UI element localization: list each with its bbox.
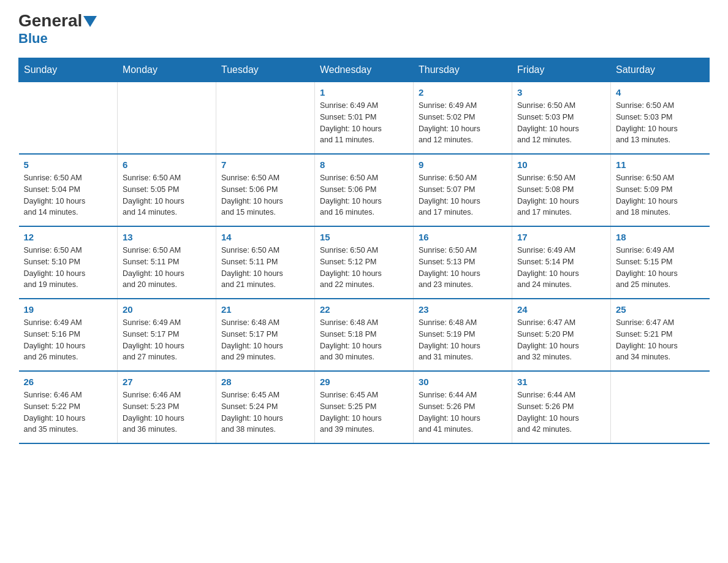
header-thursday: Thursday bbox=[414, 58, 512, 82]
day-info: Sunrise: 6:50 AM Sunset: 5:04 PM Dayligh… bbox=[24, 172, 113, 218]
day-info: Sunrise: 6:48 AM Sunset: 5:18 PM Dayligh… bbox=[320, 317, 408, 363]
day-info: Sunrise: 6:45 AM Sunset: 5:25 PM Dayligh… bbox=[320, 389, 408, 435]
day-info: Sunrise: 6:44 AM Sunset: 5:26 PM Dayligh… bbox=[419, 389, 507, 435]
day-info: Sunrise: 6:48 AM Sunset: 5:17 PM Dayligh… bbox=[221, 317, 309, 363]
day-number: 16 bbox=[419, 232, 507, 242]
day-info: Sunrise: 6:50 AM Sunset: 5:06 PM Dayligh… bbox=[320, 172, 408, 218]
calendar-day-27: 27Sunrise: 6:46 AM Sunset: 5:23 PM Dayli… bbox=[118, 371, 216, 443]
calendar-day-28: 28Sunrise: 6:45 AM Sunset: 5:24 PM Dayli… bbox=[216, 371, 315, 443]
logo-triangle-icon bbox=[83, 16, 97, 27]
day-info: Sunrise: 6:50 AM Sunset: 5:06 PM Dayligh… bbox=[221, 172, 309, 218]
day-number: 6 bbox=[123, 159, 211, 170]
calendar-empty-cell bbox=[118, 82, 216, 155]
calendar-day-5: 5Sunrise: 6:50 AM Sunset: 5:04 PM Daylig… bbox=[19, 154, 118, 226]
calendar-day-15: 15Sunrise: 6:50 AM Sunset: 5:12 PM Dayli… bbox=[315, 226, 414, 299]
day-number: 18 bbox=[616, 232, 705, 242]
calendar-day-14: 14Sunrise: 6:50 AM Sunset: 5:11 PM Dayli… bbox=[216, 226, 315, 299]
day-number: 21 bbox=[221, 304, 309, 315]
calendar-week-row: 5Sunrise: 6:50 AM Sunset: 5:04 PM Daylig… bbox=[19, 154, 710, 226]
day-number: 13 bbox=[123, 232, 211, 242]
calendar-day-9: 9Sunrise: 6:50 AM Sunset: 5:07 PM Daylig… bbox=[414, 154, 512, 226]
header-friday: Friday bbox=[512, 58, 611, 82]
day-info: Sunrise: 6:46 AM Sunset: 5:23 PM Dayligh… bbox=[123, 389, 211, 435]
calendar-day-26: 26Sunrise: 6:46 AM Sunset: 5:22 PM Dayli… bbox=[19, 371, 118, 443]
day-number: 29 bbox=[320, 377, 408, 387]
day-number: 23 bbox=[419, 304, 507, 315]
calendar-day-23: 23Sunrise: 6:48 AM Sunset: 5:19 PM Dayli… bbox=[414, 299, 512, 371]
day-number: 1 bbox=[320, 87, 408, 98]
header-wednesday: Wednesday bbox=[315, 58, 414, 82]
calendar-day-18: 18Sunrise: 6:49 AM Sunset: 5:15 PM Dayli… bbox=[611, 226, 710, 299]
calendar-day-22: 22Sunrise: 6:48 AM Sunset: 5:18 PM Dayli… bbox=[315, 299, 414, 371]
day-info: Sunrise: 6:50 AM Sunset: 5:11 PM Dayligh… bbox=[221, 245, 309, 291]
day-number: 9 bbox=[419, 159, 507, 170]
day-info: Sunrise: 6:50 AM Sunset: 5:08 PM Dayligh… bbox=[517, 172, 605, 218]
calendar-day-17: 17Sunrise: 6:49 AM Sunset: 5:14 PM Dayli… bbox=[512, 226, 611, 299]
logo-general: General bbox=[18, 12, 82, 29]
calendar-day-3: 3Sunrise: 6:50 AM Sunset: 5:03 PM Daylig… bbox=[512, 82, 611, 155]
day-info: Sunrise: 6:50 AM Sunset: 5:11 PM Dayligh… bbox=[123, 245, 211, 291]
day-number: 15 bbox=[320, 232, 408, 242]
day-number: 3 bbox=[517, 87, 605, 98]
day-info: Sunrise: 6:50 AM Sunset: 5:05 PM Dayligh… bbox=[123, 172, 211, 218]
calendar-empty-cell bbox=[19, 82, 118, 155]
calendar-day-19: 19Sunrise: 6:49 AM Sunset: 5:16 PM Dayli… bbox=[19, 299, 118, 371]
calendar-day-4: 4Sunrise: 6:50 AM Sunset: 5:03 PM Daylig… bbox=[611, 82, 710, 155]
day-info: Sunrise: 6:50 AM Sunset: 5:13 PM Dayligh… bbox=[419, 245, 507, 291]
logo: General Blue bbox=[18, 12, 97, 47]
day-number: 31 bbox=[517, 377, 605, 387]
day-number: 7 bbox=[221, 159, 309, 170]
calendar-day-2: 2Sunrise: 6:49 AM Sunset: 5:02 PM Daylig… bbox=[414, 82, 512, 155]
day-info: Sunrise: 6:49 AM Sunset: 5:16 PM Dayligh… bbox=[24, 317, 113, 363]
calendar-day-13: 13Sunrise: 6:50 AM Sunset: 5:11 PM Dayli… bbox=[118, 226, 216, 299]
day-info: Sunrise: 6:49 AM Sunset: 5:15 PM Dayligh… bbox=[616, 245, 705, 291]
calendar-day-12: 12Sunrise: 6:50 AM Sunset: 5:10 PM Dayli… bbox=[19, 226, 118, 299]
day-info: Sunrise: 6:49 AM Sunset: 5:01 PM Dayligh… bbox=[320, 100, 408, 146]
day-number: 25 bbox=[616, 304, 705, 315]
header-saturday: Saturday bbox=[611, 58, 710, 82]
day-number: 14 bbox=[221, 232, 309, 242]
calendar-day-1: 1Sunrise: 6:49 AM Sunset: 5:01 PM Daylig… bbox=[315, 82, 414, 155]
day-number: 26 bbox=[24, 377, 113, 387]
day-info: Sunrise: 6:50 AM Sunset: 5:03 PM Dayligh… bbox=[616, 100, 705, 146]
calendar-day-6: 6Sunrise: 6:50 AM Sunset: 5:05 PM Daylig… bbox=[118, 154, 216, 226]
day-number: 12 bbox=[24, 232, 113, 242]
calendar-day-16: 16Sunrise: 6:50 AM Sunset: 5:13 PM Dayli… bbox=[414, 226, 512, 299]
day-info: Sunrise: 6:49 AM Sunset: 5:17 PM Dayligh… bbox=[123, 317, 211, 363]
calendar-week-row: 12Sunrise: 6:50 AM Sunset: 5:10 PM Dayli… bbox=[19, 226, 710, 299]
calendar-day-30: 30Sunrise: 6:44 AM Sunset: 5:26 PM Dayli… bbox=[414, 371, 512, 443]
calendar-day-21: 21Sunrise: 6:48 AM Sunset: 5:17 PM Dayli… bbox=[216, 299, 315, 371]
calendar-day-11: 11Sunrise: 6:50 AM Sunset: 5:09 PM Dayli… bbox=[611, 154, 710, 226]
calendar-week-row: 1Sunrise: 6:49 AM Sunset: 5:01 PM Daylig… bbox=[19, 82, 710, 155]
day-info: Sunrise: 6:48 AM Sunset: 5:19 PM Dayligh… bbox=[419, 317, 507, 363]
calendar-day-31: 31Sunrise: 6:44 AM Sunset: 5:26 PM Dayli… bbox=[512, 371, 611, 443]
calendar-day-10: 10Sunrise: 6:50 AM Sunset: 5:08 PM Dayli… bbox=[512, 154, 611, 226]
day-info: Sunrise: 6:46 AM Sunset: 5:22 PM Dayligh… bbox=[24, 389, 113, 435]
day-info: Sunrise: 6:47 AM Sunset: 5:21 PM Dayligh… bbox=[616, 317, 705, 363]
calendar-day-8: 8Sunrise: 6:50 AM Sunset: 5:06 PM Daylig… bbox=[315, 154, 414, 226]
calendar-empty-cell bbox=[216, 82, 315, 155]
page-header: General Blue bbox=[18, 12, 710, 47]
day-number: 28 bbox=[221, 377, 309, 387]
day-number: 2 bbox=[419, 87, 507, 98]
day-number: 4 bbox=[616, 87, 705, 98]
day-info: Sunrise: 6:50 AM Sunset: 5:12 PM Dayligh… bbox=[320, 245, 408, 291]
calendar-day-24: 24Sunrise: 6:47 AM Sunset: 5:20 PM Dayli… bbox=[512, 299, 611, 371]
calendar-empty-cell bbox=[611, 371, 710, 443]
day-number: 11 bbox=[616, 159, 705, 170]
day-info: Sunrise: 6:47 AM Sunset: 5:20 PM Dayligh… bbox=[517, 317, 605, 363]
day-number: 24 bbox=[517, 304, 605, 315]
day-number: 20 bbox=[123, 304, 211, 315]
header-monday: Monday bbox=[118, 58, 216, 82]
calendar-week-row: 19Sunrise: 6:49 AM Sunset: 5:16 PM Dayli… bbox=[19, 299, 710, 371]
logo-blue-text: Blue bbox=[18, 31, 48, 47]
day-number: 27 bbox=[123, 377, 211, 387]
day-number: 19 bbox=[24, 304, 113, 315]
day-info: Sunrise: 6:49 AM Sunset: 5:14 PM Dayligh… bbox=[517, 245, 605, 291]
svg-marker-0 bbox=[83, 16, 97, 27]
calendar-table: SundayMondayTuesdayWednesdayThursdayFrid… bbox=[18, 58, 710, 444]
day-number: 5 bbox=[24, 159, 113, 170]
calendar-day-7: 7Sunrise: 6:50 AM Sunset: 5:06 PM Daylig… bbox=[216, 154, 315, 226]
day-number: 17 bbox=[517, 232, 605, 242]
calendar-week-row: 26Sunrise: 6:46 AM Sunset: 5:22 PM Dayli… bbox=[19, 371, 710, 443]
